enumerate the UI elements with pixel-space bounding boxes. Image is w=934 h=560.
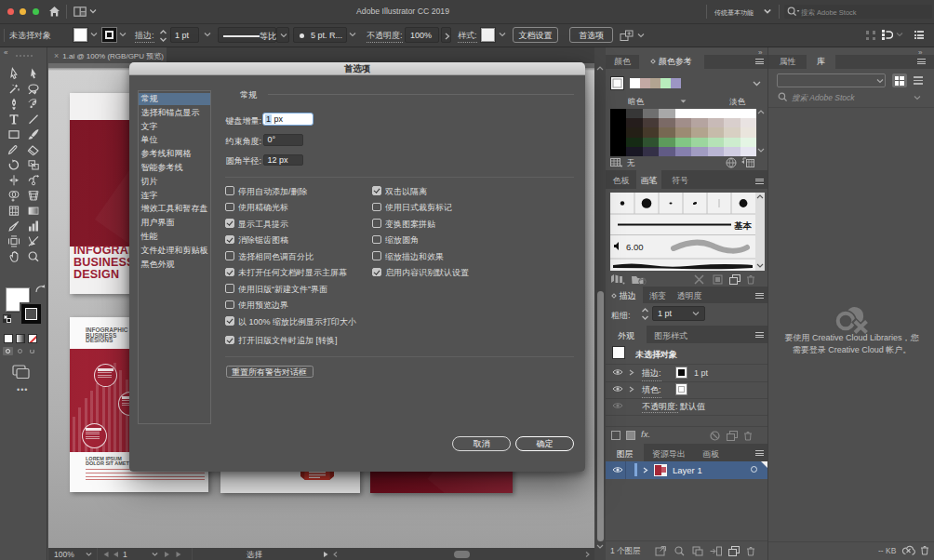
svg-text:6.00: 6.00 (626, 242, 644, 252)
svg-text:基本: 基本 (734, 220, 753, 230)
